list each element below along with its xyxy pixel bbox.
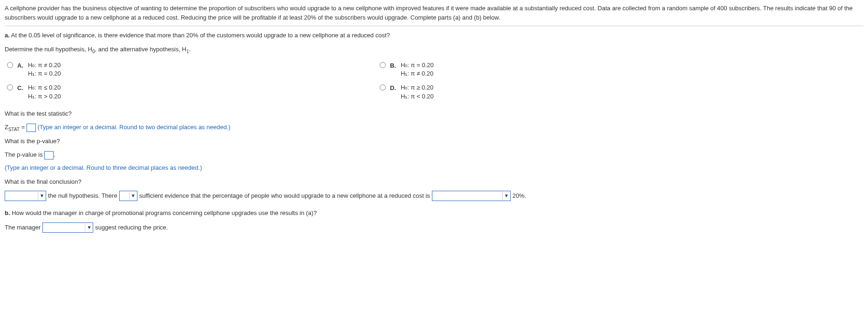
choice-a[interactable]: A. H₀: π ≠ 0.20 H₁: π = 0.20 (5, 61, 377, 78)
conclusion-row: ▼ the null hypothesis. There ▼ sufficien… (5, 191, 863, 201)
choice-c[interactable]: C. H₀: π ≤ 0.20 H₁: π > 0.20 (5, 83, 377, 100)
conclusion-t3: 20%. (513, 191, 526, 201)
choice-d-label: D. (390, 83, 396, 93)
choices-grid: A. H₀: π ≠ 0.20 H₁: π = 0.20 B. H₀: π = … (5, 61, 863, 101)
test-stat-question: What is the test statistic? (5, 109, 863, 118)
part-a-prompt: a. At the 0.05 level of significance, is… (5, 31, 863, 40)
part-a-label: a. (5, 32, 10, 39)
zstat-sub: STAT (8, 127, 20, 132)
zstat-line: ZSTAT = (Type an integer or a decimal. R… (5, 123, 863, 133)
choice-c-h1: H₁: π > 0.20 (28, 92, 61, 101)
choice-b-h0: H₀: π = 0.20 (401, 61, 434, 69)
hypothesis-prompt: Determine the null hypothesis, H0, and t… (5, 45, 863, 55)
pvalue-post: . (54, 151, 55, 158)
radio-b[interactable] (380, 62, 386, 68)
chevron-down-icon: ▼ (38, 192, 46, 200)
zstat-eq: = (20, 124, 27, 131)
conclusion-dd3[interactable]: ▼ (432, 191, 511, 201)
pvalue-line: The p-value is . (5, 150, 863, 160)
choice-b[interactable]: B. H₀: π = 0.20 H₁: π ≠ 0.20 (377, 61, 863, 78)
chevron-down-icon: ▼ (129, 192, 137, 200)
part-b-prompt: b. How would the manager in charge of pr… (5, 208, 863, 218)
choice-c-h0: H₀: π ≤ 0.20 (28, 83, 61, 92)
zstat-z: Z (5, 124, 8, 131)
choice-a-h1: H₁: π = 0.20 (28, 69, 61, 78)
conclusion-t2: sufficient evidence that the percentage … (139, 191, 430, 201)
hyp-mid: , and the alternative hypothesis, H (95, 46, 186, 53)
zstat-input[interactable] (27, 124, 36, 132)
radio-c[interactable] (7, 84, 13, 90)
chevron-down-icon: ▼ (85, 223, 93, 232)
choice-c-label: C. (17, 83, 23, 93)
choice-b-label: B. (390, 61, 396, 70)
choice-a-h0: H₀: π ≠ 0.20 (28, 61, 61, 69)
part-b-label: b. (5, 209, 10, 216)
manager-post: suggest reducing the price. (95, 223, 168, 232)
manager-dd[interactable]: ▼ (42, 222, 93, 233)
problem-intro: A cellphone provider has the business ob… (5, 4, 863, 26)
manager-pre: The manager (5, 223, 41, 232)
part-a-text: At the 0.05 level of significance, is th… (10, 32, 390, 39)
choice-d-h1: H₁: π < 0.20 (401, 92, 434, 101)
choice-b-h1: H₁: π ≠ 0.20 (401, 69, 434, 78)
pvalue-question: What is the p-value? (5, 137, 863, 146)
conclusion-t1: the null hypothesis. There (48, 191, 117, 201)
radio-a[interactable] (7, 62, 13, 68)
radio-d[interactable] (380, 84, 386, 90)
conclusion-dd1[interactable]: ▼ (5, 191, 46, 201)
choice-d-h0: H₀: π ≥ 0.20 (401, 83, 434, 92)
conclusion-question: What is the final conclusion? (5, 177, 863, 187)
pvalue-input[interactable] (44, 151, 54, 160)
chevron-down-icon: ▼ (502, 192, 510, 200)
intro-text: A cellphone provider has the business ob… (5, 5, 853, 21)
manager-row: The manager ▼ suggest reducing the price… (5, 222, 863, 233)
part-b-text: How would the manager in charge of promo… (10, 209, 317, 216)
hyp-end: . (189, 46, 191, 53)
pvalue-hint: (Type an integer or a decimal. Round to … (5, 163, 863, 173)
conclusion-dd2[interactable]: ▼ (119, 191, 137, 201)
choice-d[interactable]: D. H₀: π ≥ 0.20 H₁: π < 0.20 (377, 83, 863, 100)
hyp-pre: Determine the null hypothesis, H (5, 46, 92, 53)
choice-a-label: A. (17, 61, 23, 70)
zstat-hint: (Type an integer or a decimal. Round to … (37, 124, 230, 131)
pvalue-pre: The p-value is (5, 151, 44, 158)
